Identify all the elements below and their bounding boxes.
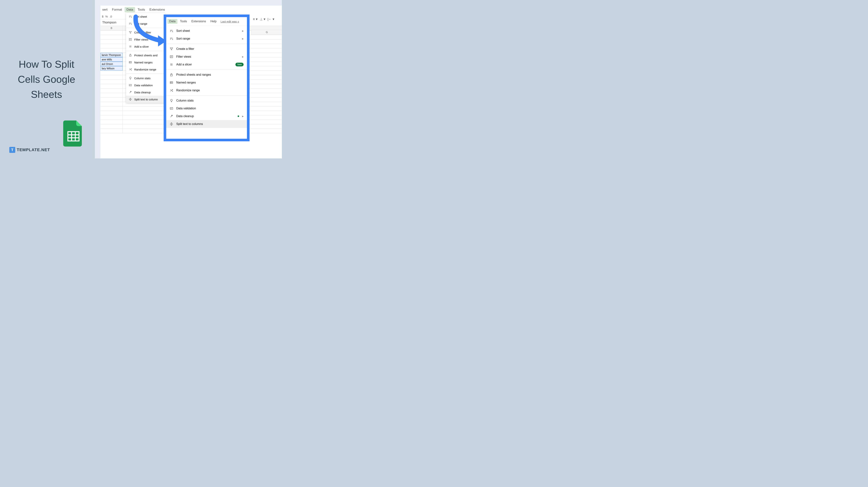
align-icon: ≡ ▾ — [253, 17, 257, 21]
right-col-g: G — [251, 30, 282, 35]
logo-icon: T — [9, 147, 15, 153]
menu-label: Protect sheets and — [134, 54, 157, 57]
menu-label: Randomize range — [134, 68, 156, 71]
menu-item-randomize-range[interactable]: Randomize range — [166, 87, 247, 94]
menu-label: Data cleanup — [176, 115, 194, 118]
menu-item-sort-range[interactable]: Sort range▶ — [166, 35, 247, 42]
fg-menu-tools[interactable]: Tools — [178, 19, 189, 24]
fg-data-dropdown: Sort sheet▶Sort range▶Create a filterFil… — [166, 26, 247, 129]
menu-item-split-text-to-columns[interactable]: Split text to columns — [166, 120, 247, 128]
menu-item-named-ranges[interactable]: Named ranges — [126, 59, 165, 66]
menu-label: Protect sheets and ranges — [176, 73, 211, 77]
menu-item-data-validation[interactable]: Data validation — [126, 82, 165, 89]
menu-label: Data validation — [176, 107, 196, 110]
menu-item-protect-sheets-and-ranges[interactable]: Protect sheets and ranges — [166, 71, 247, 79]
menu-item-protect-sheets-and[interactable]: Protect sheets and — [126, 52, 165, 59]
fg-menu-help[interactable]: Help — [209, 19, 218, 24]
menu-label: Filter views — [176, 55, 191, 58]
bg-menu-sert[interactable]: sert — [100, 7, 109, 12]
menu-item-data-cleanup[interactable]: Data cleanup▶ — [166, 112, 247, 120]
menu-item-split-text-to-column[interactable]: Split text to column — [126, 96, 165, 103]
submenu-arrow-icon: ▶ — [242, 56, 244, 58]
bg-menu-extensions[interactable]: Extensions — [148, 7, 167, 12]
bg-col-b: B — [100, 26, 123, 30]
menu-label: Column stats — [134, 77, 151, 80]
bg-menubar: sertFormatDataToolsExtensions — [100, 6, 282, 14]
cell[interactable]: aul Orson — [100, 62, 123, 66]
bg-menu-tools[interactable]: Tools — [136, 7, 147, 12]
menu-item-sort-sheet[interactable]: Sort sheet▶ — [166, 27, 247, 35]
border-icon: |← ▾ — [268, 17, 275, 21]
arrow-icon — [130, 13, 171, 50]
menu-label: Create a filter — [176, 47, 194, 51]
cell[interactable]: ane Mills — [100, 57, 123, 62]
menu-label: Sort sheet — [176, 29, 190, 33]
page-title: How To Split Cells Google Sheets — [7, 57, 86, 102]
menu-item-create-a-filter[interactable]: Create a filter — [166, 45, 247, 53]
right-panel: sertFormatDataToolsExtensions $%.0 Thomp… — [95, 0, 282, 158]
menu-separator — [166, 69, 247, 70]
last-edit-text[interactable]: Last edit was s — [220, 20, 239, 23]
menu-label: Add a slicer — [176, 63, 192, 66]
google-sheets-icon — [63, 121, 84, 147]
menu-item-randomize-range[interactable]: Randomize range — [126, 66, 165, 73]
fg-menubar: DataToolsExtensionsHelpLast edit was s — [166, 17, 247, 26]
template-logo: T TEMPLATE.NET — [9, 147, 50, 153]
toolbar-btn[interactable]: % — [105, 15, 108, 18]
menu-item-data-validation[interactable]: Data validation — [166, 104, 247, 112]
fg-menu-extensions[interactable]: Extensions — [189, 19, 208, 24]
foreground-highlight: DataToolsExtensionsHelpLast edit was s S… — [164, 14, 250, 141]
new-badge: New — [236, 63, 244, 66]
menu-label: Data validation — [134, 84, 153, 87]
submenu-arrow-icon: ▶ — [242, 30, 244, 32]
submenu-arrow-icon: ▶ — [242, 37, 244, 40]
logo-text: TEMPLATE.NET — [17, 148, 50, 152]
menu-separator — [166, 95, 247, 96]
menu-label: Split text to column — [134, 98, 158, 101]
submenu-arrow-icon: ▶ — [242, 115, 244, 118]
menu-label: Randomize range — [176, 89, 200, 92]
menu-item-column-stats[interactable]: Column stats — [126, 74, 165, 82]
right-toolbar-fragment: ≡ ▾ ⊥ ▾ |← ▾ — [251, 14, 282, 24]
menu-label: Named ranges — [176, 81, 196, 84]
menu-item-column-stats[interactable]: Column stats — [166, 97, 247, 104]
menu-label: Data cleanup — [134, 91, 151, 94]
menu-item-filter-views[interactable]: Filter views▶ — [166, 53, 247, 61]
status-dot — [238, 116, 239, 117]
menu-item-data-cleanup[interactable]: Data cleanup — [126, 89, 165, 96]
underline-icon: ⊥ ▾ — [260, 17, 265, 21]
menu-item-add-a-slicer[interactable]: Add a slicerNew — [166, 61, 247, 68]
menu-separator — [126, 73, 165, 74]
menu-label: Sort range — [176, 37, 190, 40]
bg-menu-format[interactable]: Format — [110, 7, 124, 12]
menu-item-named-ranges[interactable]: Named ranges — [166, 79, 247, 87]
bg-menu-data[interactable]: Data — [125, 7, 135, 12]
toolbar-btn[interactable]: .0 — [110, 15, 112, 18]
cell[interactable]: lary Wilson — [100, 66, 123, 70]
menu-label: Split text to columns — [176, 122, 203, 126]
menu-label: Column stats — [176, 99, 193, 102]
toolbar-btn[interactable]: $ — [102, 15, 103, 18]
menu-label: Named ranges — [134, 61, 153, 64]
cell[interactable]: larvin Thompson — [100, 53, 123, 57]
